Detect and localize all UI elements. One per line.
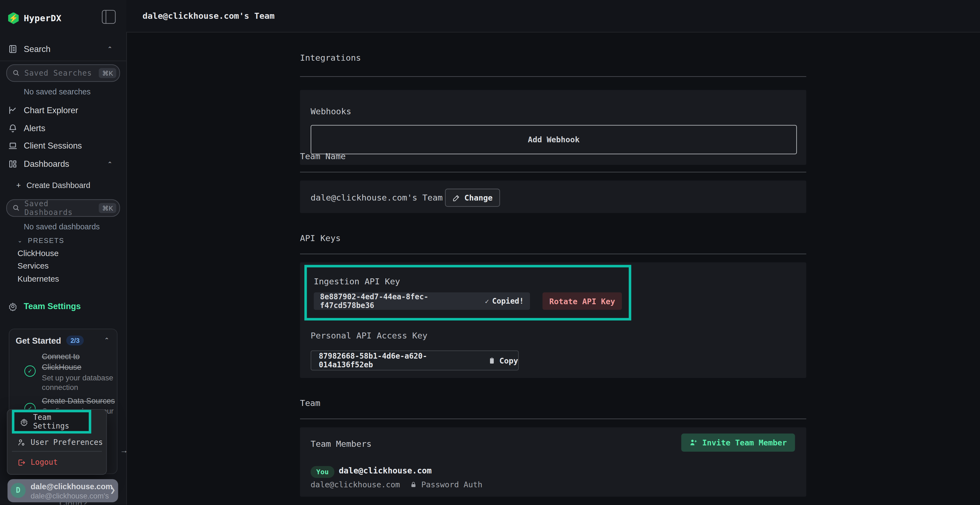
divider xyxy=(300,76,806,77)
copy-label: Copy xyxy=(499,356,518,365)
gear-icon xyxy=(8,302,18,311)
saved-searches-input[interactable]: Saved Searches ⌘K xyxy=(6,64,120,82)
personal-key-label: Personal API Access Key xyxy=(310,330,427,341)
nav-label: Chart Explorer xyxy=(24,105,78,114)
menu-item-label: User Preferences xyxy=(31,438,103,446)
divider xyxy=(300,172,806,172)
check-icon: ✓ xyxy=(485,297,489,305)
sidebar-item-team-settings[interactable]: Team Settings xyxy=(0,298,126,314)
api-keys-card: Ingestion API Key 8e887902-4ed7-44ea-8fe… xyxy=(300,262,806,378)
section-heading-team-name: Team Name xyxy=(300,151,346,161)
add-webhook-button[interactable]: Add Webhook xyxy=(310,125,797,154)
progress-badge: 2/3 xyxy=(66,335,84,346)
member-details-row: dale@clickhouse.com Password Auth xyxy=(310,480,482,489)
create-dashboard-button[interactable]: + Create Dashboard xyxy=(0,178,126,194)
personal-key-box[interactable]: 87982668-58b1-4d6e-a620-014a136f52eb Cop… xyxy=(310,351,519,370)
kbd-shortcut: ⌘K xyxy=(99,203,116,213)
saved-dashboards-placeholder: Saved Dashboards xyxy=(24,199,99,217)
section-heading-api-keys: API Keys xyxy=(300,233,340,243)
ingestion-key-value: 8e887902-4ed7-44ea-8fec-f47cd578be36 xyxy=(320,292,476,310)
sidebar-item-chart-explorer[interactable]: Chart Explorer xyxy=(0,102,126,118)
gear-icon xyxy=(20,418,28,426)
search-section-label: Search xyxy=(24,44,50,53)
nav-label: Dashboards xyxy=(24,159,69,168)
member-name: dale@clickhouse.com xyxy=(339,466,431,475)
user-account-chip[interactable]: D dale@clickhouse.com dale@clickhouse.co… xyxy=(8,479,118,502)
user-team: dale@clickhouse.com's xyxy=(31,492,109,500)
personal-key-value: 87982668-58b1-4d6e-a620-014a136f52eb xyxy=(319,352,480,369)
hyperdx-logo-icon: ⚡ xyxy=(8,12,19,24)
chart-icon xyxy=(8,105,18,114)
hyperdx-app: ⚡ HyperDX Search ⌃ Saved Searches ⌘K No … xyxy=(0,0,980,505)
page-title: dale@clickhouse.com's Team xyxy=(142,11,274,21)
preset-services[interactable]: Services xyxy=(18,261,48,270)
menu-item-team-settings[interactable]: Team Settings xyxy=(20,413,89,430)
menu-item-logout[interactable]: Logout xyxy=(18,458,58,467)
plus-icon: + xyxy=(16,181,21,190)
change-label: Change xyxy=(465,193,493,202)
account-menu: Team Settings User Preferences Logout xyxy=(7,409,107,475)
preset-kubernetes[interactable]: Kubernetes xyxy=(18,274,59,284)
add-webhook-label: Add Webhook xyxy=(528,135,579,144)
task-desc-line: Set up your database xyxy=(42,373,113,382)
chevron-up-icon[interactable]: ⌃ xyxy=(104,337,110,344)
copied-label: Copied! xyxy=(492,297,524,306)
nav-label: Client Sessions xyxy=(24,141,82,150)
ingestion-key-pill[interactable]: 8e887902-4ed7-44ea-8fec-f47cd578be36 ✓ C… xyxy=(314,292,530,310)
you-badge: You xyxy=(310,466,334,478)
person-plus-icon xyxy=(689,438,697,447)
ingestion-key-label: Ingestion API Key xyxy=(314,276,400,286)
change-team-name-button[interactable]: Change xyxy=(445,189,500,207)
saved-dashboards-input[interactable]: Saved Dashboards ⌘K xyxy=(6,199,120,217)
annotation-ingestion-key: Ingestion API Key 8e887902-4ed7-44ea-8fe… xyxy=(304,265,631,320)
team-settings-label: Team Settings xyxy=(24,302,81,311)
sidebar-item-client-sessions[interactable]: Client Sessions xyxy=(0,137,126,154)
arrow-right-icon[interactable]: → xyxy=(120,445,128,455)
sidebar-item-alerts[interactable]: Alerts xyxy=(0,120,126,136)
laptop-icon xyxy=(8,141,18,150)
team-name-value: dale@clickhouse.com's Team xyxy=(310,192,442,202)
menu-divider xyxy=(12,451,102,452)
divider xyxy=(0,61,126,61)
get-started-title: Get Started xyxy=(16,336,61,345)
auth-method: Password Auth xyxy=(421,480,482,489)
presets-toggle[interactable]: ⌄ PRESETS xyxy=(0,232,126,249)
kbd-shortcut: ⌘K xyxy=(99,68,116,78)
section-heading-team: Team xyxy=(300,398,320,408)
task-title-line[interactable]: Create Data Sources xyxy=(42,397,115,405)
member-email: dale@clickhouse.com xyxy=(310,480,400,489)
rotate-api-key-button[interactable]: Rotate API Key xyxy=(542,292,622,310)
user-email: dale@clickhouse.com xyxy=(31,482,113,491)
menu-item-label: Logout xyxy=(31,458,58,467)
copied-indicator: ✓ Copied! xyxy=(485,297,524,306)
sidebar: ⚡ HyperDX Search ⌃ Saved Searches ⌘K No … xyxy=(0,0,127,505)
task-desc-line: connection xyxy=(42,383,78,392)
team-name-card: dale@clickhouse.com's Team Change xyxy=(300,181,806,213)
search-icon xyxy=(13,204,20,212)
user-gear-icon xyxy=(18,438,25,446)
task-title-line[interactable]: ClickHouse xyxy=(42,363,81,372)
menu-item-user-preferences[interactable]: User Preferences xyxy=(18,438,103,446)
chevron-right-icon: ❯ xyxy=(110,486,116,494)
chevron-up-icon: ⌃ xyxy=(107,45,113,52)
sidebar-collapse-icon[interactable] xyxy=(102,10,116,24)
preset-clickhouse[interactable]: ClickHouse xyxy=(18,249,59,258)
logo[interactable]: ⚡ HyperDX xyxy=(8,10,118,26)
team-members-label: Team Members xyxy=(310,438,372,449)
avatar: D xyxy=(11,483,25,498)
divider xyxy=(300,254,806,254)
search-section-icon xyxy=(8,44,18,53)
pencil-icon xyxy=(452,194,460,202)
menu-item-label: Team Settings xyxy=(33,413,89,430)
app-name: HyperDX xyxy=(24,13,62,23)
bell-icon xyxy=(8,123,18,132)
sidebar-section-search[interactable]: Search ⌃ xyxy=(0,41,126,57)
divider xyxy=(300,418,806,419)
rotate-label: Rotate API Key xyxy=(549,296,615,306)
sidebar-item-dashboards[interactable]: Dashboards ⌃ xyxy=(0,156,126,172)
section-heading-integrations: Integrations xyxy=(300,52,361,63)
invite-team-member-button[interactable]: Invite Team Member xyxy=(681,434,795,452)
chevron-up-icon: ⌃ xyxy=(107,160,113,167)
no-saved-searches-text: No saved searches xyxy=(24,87,91,96)
task-title-line[interactable]: Connect to xyxy=(42,353,80,361)
